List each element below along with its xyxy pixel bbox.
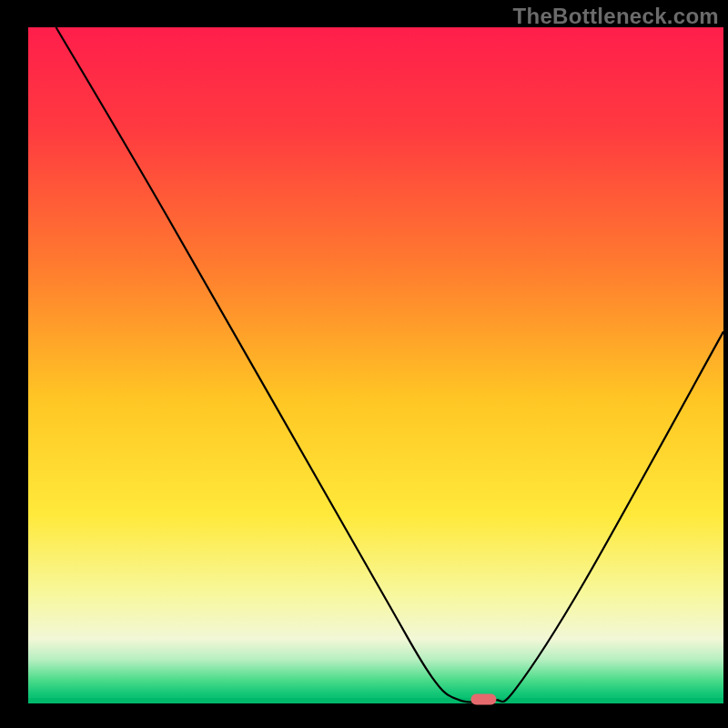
optimal-marker: [470, 694, 496, 705]
watermark-text: TheBottleneck.com: [513, 4, 719, 29]
chart-baseline-band: [28, 698, 723, 703]
bottleneck-chart: [0, 0, 728, 728]
chart-container: TheBottleneck.com: [0, 0, 728, 728]
chart-plot-area: [28, 27, 723, 703]
